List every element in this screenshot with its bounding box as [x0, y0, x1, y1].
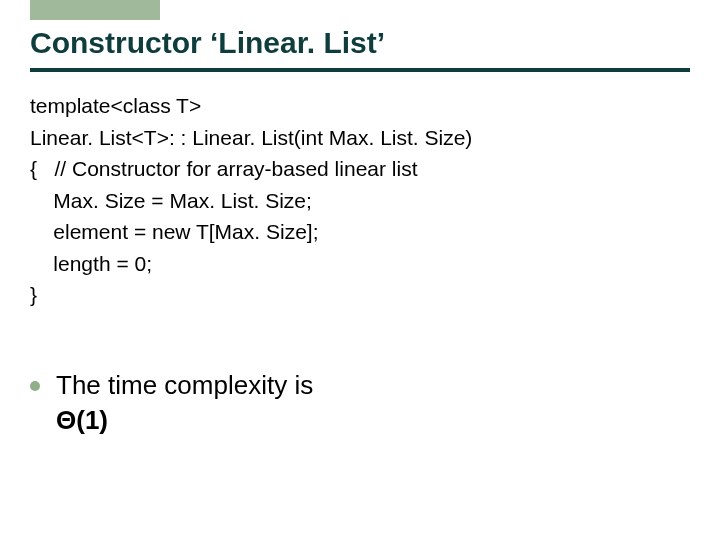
bullet-line-1: The time complexity is	[56, 370, 313, 400]
code-line-4: Max. Size = Max. List. Size;	[30, 189, 312, 212]
accent-box	[30, 0, 160, 20]
page-title: Constructor ‘Linear. List’	[30, 26, 385, 60]
code-line-7: }	[30, 283, 37, 306]
code-line-6: length = 0;	[30, 252, 152, 275]
bullet-text: The time complexity is Θ(1)	[56, 368, 313, 438]
code-line-2: Linear. List<T>: : Linear. List(int Max.…	[30, 126, 472, 149]
bullet-item: The time complexity is Θ(1)	[30, 368, 313, 438]
slide: Constructor ‘Linear. List’ template<clas…	[0, 0, 720, 540]
code-line-5: element = new T[Max. Size];	[30, 220, 318, 243]
code-block: template<class T> Linear. List<T>: : Lin…	[30, 90, 472, 311]
title-rule	[30, 68, 690, 72]
bullet-dot-icon	[30, 381, 40, 391]
bullet-line-2: Θ(1)	[56, 405, 108, 435]
code-line-1: template<class T>	[30, 94, 201, 117]
code-line-3: { // Constructor for array-based linear …	[30, 157, 418, 180]
